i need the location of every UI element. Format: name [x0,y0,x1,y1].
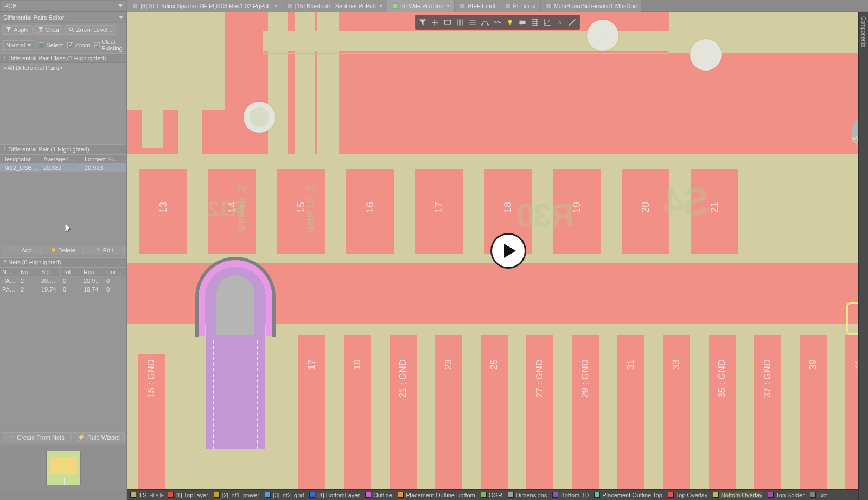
rule-wizard-button[interactable]: ⚡Rule Wizard [73,432,125,442]
select-checkbox[interactable] [39,42,44,48]
board-preview[interactable] [0,445,126,491]
pad-label: 21 [709,202,720,213]
layer-chip[interactable]: [2] int1_power [214,492,259,498]
apply-button[interactable]: Apply [2,25,33,35]
editor-title: Differential Pairs Editor [3,14,64,21]
nets-row[interactable]: PA12_219.74019.740 [0,285,126,294]
document-tab[interactable]: MultiBoardSchematic1.MbsDoc [541,0,641,12]
pad-label: 25 [489,359,500,370]
layer-chip[interactable]: Bottom 3D [552,492,589,498]
delete-button[interactable]: ✖Delete [43,245,83,255]
editor-title-dropdown[interactable]: Differential Pairs Editor [0,12,126,23]
pad [298,335,326,489]
silk-label: R30 [518,197,574,234]
layer-chip[interactable]: Bot [810,492,827,498]
layer-set-label[interactable]: LS [139,492,146,498]
tab-bar: PCB [8] SL1 Xilinx Spartan-IIE PQ208 Rev… [0,0,868,12]
panel-dropdown[interactable]: PCB [1,1,126,11]
chevron-down-icon [446,5,450,7]
document-tab[interactable]: [15] Bluetooth_Sentinel.PrjPcb [282,0,387,12]
components-panel-tab[interactable]: Components [858,12,868,500]
pad [390,335,417,489]
magnifier-icon [69,27,74,33]
pad-label: 21 : GND [398,359,409,398]
document-tab[interactable]: PIFET.mdl [455,0,500,12]
line-button[interactable] [567,17,578,28]
swatch-icon [768,492,774,498]
grid-button[interactable] [529,17,540,28]
layer-chip[interactable]: Top Solder [768,492,805,498]
svg-point-10 [508,20,512,23]
layer-chip[interactable]: [4] BottomLayer [309,492,360,498]
layer-chip[interactable]: Placement Outline Top [594,492,662,498]
mode-dropdown[interactable]: Normal [3,40,34,50]
layer-chip[interactable]: OGR [481,492,502,498]
rect-button[interactable] [442,17,453,28]
via-3v3-2: 1-43V3 [690,39,722,71]
class-item[interactable]: <All Differential Pairs> [2,64,124,72]
add-button[interactable]: ➕Add [2,245,42,255]
funnel-clear-icon [38,27,43,33]
bulb-button[interactable] [505,17,515,28]
svg-rect-1 [287,3,292,9]
document-tab[interactable]: [5] WiFi.PcbDoc [387,0,454,12]
swatch-icon [810,492,816,498]
layer-chip[interactable]: Placement Outline Bottom [398,492,475,498]
create-from-nets-button[interactable]: ⋯Create From Nets [2,432,72,442]
plus-button[interactable] [430,17,441,28]
file-icon [545,3,552,9]
layer-chip[interactable]: Bottom Overlay [713,492,762,498]
layer-chip[interactable]: Outline [365,492,392,498]
svg-rect-11 [509,23,510,25]
silk-label: R12 [208,197,245,221]
pad-label: 29 : GND [580,359,591,398]
pad-label: 37 : GND [762,359,773,398]
swatch-icon [481,492,487,498]
pairs-row[interactable]: PA12_USB_D 20.332 20.923 [0,163,126,172]
graph-button[interactable] [542,17,553,28]
text-button[interactable]: A [554,17,565,28]
route-icon [481,18,489,27]
pad-label: 15 : GND [146,359,157,398]
filter-button[interactable] [417,17,428,28]
wave-button[interactable] [492,17,503,28]
silk-label: S4 [664,180,709,224]
layer-chip[interactable]: [1] TopLayer [168,492,208,498]
align-h-icon [468,18,477,27]
clear-button[interactable]: Clear [34,25,63,35]
swatch-icon [668,492,674,498]
svg-point-6 [69,28,73,31]
pad-label: 23 [443,359,454,370]
pad-label: 17 [307,359,317,370]
panel-toolbar: Apply Clear Zoom Level... [0,23,126,37]
layer-nav[interactable]: ◀●▶ [150,492,164,498]
align-h-button[interactable] [467,17,478,28]
route-button[interactable] [480,17,490,28]
align-v-button[interactable] [455,17,465,28]
pairs-table-header: Designator Average Leng... Longest Si... [0,154,126,163]
file-icon [286,3,293,9]
layer-chip[interactable]: Dimensions [508,492,547,498]
swatch-icon [398,492,404,498]
layer-chip[interactable]: Top Overlay [668,492,708,498]
pad [754,335,781,489]
pcb-canvas[interactable]: 131415161718192021NetR13_2NetR12_2 15 : … [127,12,868,500]
chevron-down-icon [379,5,382,7]
zoom-button[interactable]: Zoom Level... [65,25,117,35]
text-icon: A [556,18,564,27]
filter-icon [418,18,427,27]
nets-row[interactable]: PA12_220.923020.9240 [0,276,126,285]
wave-icon [493,18,502,27]
play-button[interactable] [492,235,525,267]
component-button[interactable] [517,17,528,28]
document-tab[interactable]: [8] SL1 Xilinx Spartan-IIE PQ208 Rev1.02… [127,0,282,12]
document-tab[interactable]: PLLx.ckt [500,0,540,12]
layer-chip[interactable]: [3] int2_gnd [265,492,304,498]
zoom-checkbox[interactable] [67,42,73,48]
edit-button[interactable]: ✎Edit [85,245,125,255]
clear-existing-checkbox[interactable] [94,42,100,48]
file-icon [132,3,138,9]
net-buttons: ⋯Create From Nets ⚡Rule Wizard [0,430,126,445]
funnel-icon [6,27,11,33]
pad-label: 33 [671,359,682,370]
